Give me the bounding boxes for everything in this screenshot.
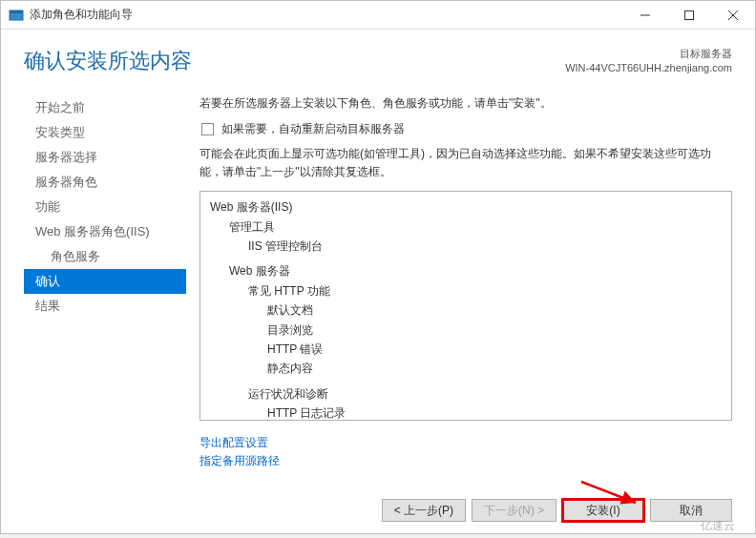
restart-checkbox-row[interactable]: 如果需要，自动重新启动目标服务器: [200, 121, 732, 137]
tree-item: HTTP 错误: [210, 340, 722, 359]
feature-tree-scroll[interactable]: Web 服务器(IIS)管理工具IIS 管理控制台Web 服务器常见 HTTP …: [200, 192, 731, 419]
sidebar: 开始之前安装类型服务器选择服务器角色功能Web 服务器角色(IIS)角色服务确认…: [24, 86, 186, 486]
tree-item: 管理工具: [210, 217, 722, 237]
next-button[interactable]: 下一步(N) >: [472, 499, 556, 522]
server-label: 目标服务器: [565, 47, 732, 61]
tree-item: HTTP 日志记录: [210, 404, 722, 420]
window-title: 添加角色和功能向导: [30, 7, 623, 23]
note-text: 可能会在此页面上显示可选功能(如管理工具)，因为已自动选择这些功能。如果不希望安…: [200, 145, 732, 181]
tree-item: 运行状况和诊断: [210, 384, 722, 404]
tree-item: IIS 管理控制台: [210, 237, 722, 256]
minimize-button[interactable]: [623, 1, 667, 30]
sidebar-item-3[interactable]: 服务器角色: [24, 170, 186, 195]
maximize-button[interactable]: [667, 1, 711, 30]
server-info: 目标服务器 WIN-44VCJT66UHH.zhenjiang.com: [565, 47, 732, 76]
window-controls: [623, 1, 755, 30]
close-button[interactable]: [711, 1, 755, 30]
sidebar-item-8[interactable]: 结果: [24, 294, 186, 319]
wizard-window: 添加角色和功能向导 确认安装所选内容 目标服务器 WIN-44VCJT66UHH…: [0, 0, 756, 534]
feature-tree-box: Web 服务器(IIS)管理工具IIS 管理控制台Web 服务器常见 HTTP …: [200, 191, 732, 420]
sidebar-item-5[interactable]: Web 服务器角色(IIS): [24, 219, 186, 244]
cancel-button[interactable]: 取消: [650, 499, 732, 522]
sidebar-item-1[interactable]: 安装类型: [24, 120, 186, 145]
install-button[interactable]: 安装(I): [562, 499, 644, 522]
tree-item: 常见 HTTP 功能: [210, 281, 722, 300]
sidebar-item-6[interactable]: 角色服务: [24, 244, 186, 269]
tree-item: 静态内容: [210, 359, 722, 378]
svg-rect-3: [685, 10, 694, 19]
app-icon: [9, 8, 24, 23]
links: 导出配置设置 指定备用源路径: [200, 434, 732, 470]
page-title: 确认安装所选内容: [24, 47, 192, 75]
alt-source-link[interactable]: 指定备用源路径: [200, 452, 732, 470]
main-panel: 若要在所选服务器上安装以下角色、角色服务或功能，请单击"安装"。 如果需要，自动…: [186, 86, 732, 486]
content: 开始之前安装类型服务器选择服务器角色功能Web 服务器角色(IIS)角色服务确认…: [1, 86, 755, 491]
svg-rect-1: [10, 10, 23, 13]
previous-button[interactable]: < 上一步(P): [382, 499, 466, 522]
sidebar-item-4[interactable]: 功能: [24, 195, 186, 219]
restart-checkbox-label: 如果需要，自动重新启动目标服务器: [221, 121, 405, 137]
tree-item: Web 服务器: [210, 261, 722, 280]
tree-item: 目录浏览: [210, 321, 722, 340]
server-name: WIN-44VCJT66UHH.zhenjiang.com: [565, 61, 732, 75]
restart-checkbox[interactable]: [201, 123, 214, 135]
export-config-link[interactable]: 导出配置设置: [200, 434, 732, 452]
sidebar-item-2[interactable]: 服务器选择: [24, 145, 186, 170]
tree-item: 默认文档: [210, 300, 722, 320]
tree-item: Web 服务器(IIS): [210, 197, 722, 217]
footer: < 上一步(P) 下一步(N) > 安装(I) 取消: [1, 491, 755, 533]
instruction-text: 若要在所选服务器上安装以下角色、角色服务或功能，请单击"安装"。: [200, 95, 732, 112]
sidebar-item-7[interactable]: 确认: [24, 269, 186, 294]
header: 确认安装所选内容 目标服务器 WIN-44VCJT66UHH.zhenjiang…: [1, 30, 755, 86]
titlebar: 添加角色和功能向导: [1, 1, 755, 30]
sidebar-item-0[interactable]: 开始之前: [24, 95, 186, 120]
